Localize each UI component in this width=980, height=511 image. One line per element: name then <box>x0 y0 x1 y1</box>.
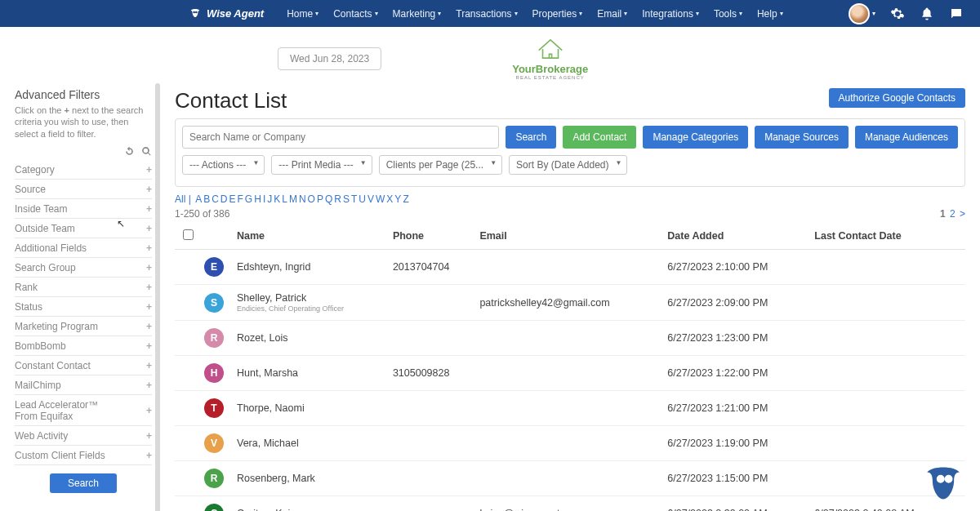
table-row[interactable]: CCaritan, Keisakeisa@wiseagent.com6/27/2… <box>175 496 965 512</box>
plus-icon[interactable]: + <box>146 301 152 313</box>
nav-item-home[interactable]: Home▾ <box>280 5 325 23</box>
plus-icon[interactable]: + <box>146 380 152 391</box>
bell-icon[interactable] <box>920 7 934 21</box>
chat-icon[interactable] <box>949 7 964 21</box>
table-row[interactable]: HHunt, Marsha31050098286/27/2023 1:22:00… <box>175 356 965 391</box>
alpha-T[interactable]: T <box>351 193 357 205</box>
filter-row[interactable]: MailChimp+ <box>15 375 152 395</box>
filter-row[interactable]: BombBomb+ <box>15 336 152 356</box>
pager-next[interactable]: > <box>960 208 965 220</box>
gear-icon[interactable] <box>890 7 905 21</box>
plus-icon[interactable]: + <box>146 360 152 371</box>
alpha-V[interactable]: V <box>368 193 374 205</box>
alpha-I[interactable]: I <box>263 193 265 205</box>
sort-by-select[interactable]: Sort By (Date Added) <box>509 155 627 175</box>
table-row[interactable]: RRozet, Lois6/27/2023 1:23:00 PM <box>175 321 965 356</box>
alpha-G[interactable]: G <box>245 193 252 205</box>
plus-icon[interactable]: + <box>146 321 152 332</box>
search-icon[interactable] <box>141 146 152 157</box>
filter-row[interactable]: Constant Contact+ <box>15 356 152 375</box>
filter-row[interactable]: Marketing Program+ <box>15 317 152 336</box>
user-avatar-menu[interactable]: ▾ <box>849 3 875 24</box>
alpha-O[interactable]: O <box>308 193 315 205</box>
alpha-N[interactable]: N <box>299 193 306 205</box>
brand[interactable]: Wise Agent <box>188 7 264 20</box>
col-date-added[interactable]: Date Added <box>664 223 811 250</box>
nav-item-contacts[interactable]: Contacts▾ <box>327 5 384 23</box>
nav-item-properties[interactable]: Properties▾ <box>526 5 590 23</box>
nav-item-tools[interactable]: Tools▾ <box>707 5 749 23</box>
filter-row[interactable]: Lead Accelerator™ From Equifax+ <box>15 395 152 426</box>
search-input[interactable] <box>182 126 499 149</box>
col-name[interactable]: Name <box>234 223 390 250</box>
nav-item-transactions[interactable]: Transactions▾ <box>449 5 523 23</box>
nav-item-email[interactable]: Email▾ <box>590 5 634 23</box>
manage-categories-button[interactable]: Manage Categories <box>643 126 748 149</box>
refresh-icon[interactable] <box>124 146 135 157</box>
plus-icon[interactable]: + <box>146 450 152 461</box>
alpha-R[interactable]: R <box>334 193 341 205</box>
alpha-S[interactable]: S <box>343 193 350 205</box>
filter-row[interactable]: Custom Client Fields+ <box>15 446 152 465</box>
filter-row[interactable]: Source+ <box>15 180 152 199</box>
filter-row[interactable]: Rank+ <box>15 278 152 297</box>
alpha-A[interactable]: A <box>195 193 202 205</box>
table-row[interactable]: SShelley, PatrickEndicies, Chief Operati… <box>175 285 965 321</box>
plus-icon[interactable]: + <box>146 405 152 416</box>
alpha-P[interactable]: P <box>317 193 323 205</box>
alpha-E[interactable]: E <box>229 193 236 205</box>
plus-icon[interactable]: + <box>146 223 152 234</box>
plus-icon[interactable]: + <box>146 203 152 215</box>
alpha-D[interactable]: D <box>220 193 228 205</box>
search-button[interactable]: Search <box>506 126 556 149</box>
alpha-W[interactable]: W <box>376 193 385 205</box>
pager-page-2[interactable]: 2 <box>950 208 956 220</box>
alpha-X[interactable]: X <box>386 193 393 205</box>
col-email[interactable]: Email <box>476 223 664 250</box>
alpha-L[interactable]: L <box>282 193 287 205</box>
manage-sources-button[interactable]: Manage Sources <box>755 126 849 149</box>
alpha-Q[interactable]: Q <box>325 193 332 205</box>
alpha-H[interactable]: H <box>254 193 261 205</box>
plus-icon[interactable]: + <box>146 430 152 442</box>
alpha-C[interactable]: C <box>212 193 219 205</box>
select-all-checkbox[interactable] <box>183 229 194 240</box>
alpha-K[interactable]: K <box>274 193 280 205</box>
plus-icon[interactable]: + <box>146 242 152 254</box>
nav-item-help[interactable]: Help▾ <box>751 5 790 23</box>
plus-icon[interactable]: + <box>146 164 152 176</box>
col-phone[interactable]: Phone <box>390 223 477 250</box>
filter-row[interactable]: Status+ <box>15 297 152 317</box>
plus-icon[interactable]: + <box>146 282 152 293</box>
alpha-all[interactable]: All | <box>175 193 194 205</box>
add-contact-button[interactable]: Add Contact <box>563 126 636 149</box>
nav-item-marketing[interactable]: Marketing▾ <box>386 5 448 23</box>
filter-row[interactable]: Outside Team+ <box>15 219 152 238</box>
alpha-B[interactable]: B <box>203 193 210 205</box>
print-media-select[interactable]: --- Print Media --- <box>271 155 372 175</box>
filter-row[interactable]: Search Group+ <box>15 258 152 278</box>
plus-icon[interactable]: + <box>146 262 152 273</box>
plus-icon[interactable]: + <box>146 340 152 352</box>
filter-row[interactable]: Category+ <box>15 160 152 180</box>
alpha-U[interactable]: U <box>359 193 366 205</box>
alpha-F[interactable]: F <box>238 193 243 205</box>
alpha-M[interactable]: M <box>289 193 297 205</box>
nav-item-integrations[interactable]: Integrations▾ <box>635 5 706 23</box>
sidebar-search-button[interactable]: Search <box>50 473 117 493</box>
plus-icon[interactable]: + <box>146 184 152 195</box>
alpha-J[interactable]: J <box>267 193 272 205</box>
col-last-contact[interactable]: Last Contact Date <box>811 223 965 250</box>
table-row[interactable]: VVera, Michael6/27/2023 1:19:00 PM <box>175 426 965 461</box>
filter-row[interactable]: Web Activity+ <box>15 426 152 446</box>
filter-row[interactable]: Inside Team+ <box>15 199 152 219</box>
manage-audiences-button[interactable]: Manage Audiences <box>855 126 958 149</box>
clients-per-page-select[interactable]: Clients per Page (25... <box>379 155 502 175</box>
authorize-google-button[interactable]: Authorize Google Contacts <box>829 88 965 108</box>
alpha-Y[interactable]: Y <box>394 193 401 205</box>
alpha-Z[interactable]: Z <box>403 193 408 205</box>
table-row[interactable]: RRosenberg, Mark6/27/2023 1:15:00 PM <box>175 461 965 496</box>
table-row[interactable]: EEdshteyn, Ingrid20137047046/27/2023 2:1… <box>175 250 965 285</box>
table-row[interactable]: TThorpe, Naomi6/27/2023 1:21:00 PM <box>175 391 965 426</box>
actions-select[interactable]: --- Actions --- <box>182 155 265 175</box>
